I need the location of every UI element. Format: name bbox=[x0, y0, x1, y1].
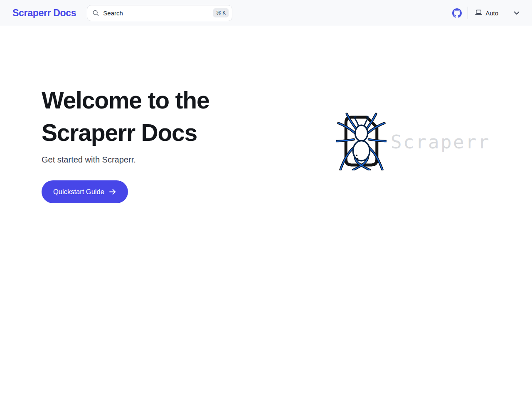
quickstart-guide-label: Quickstart Guide bbox=[53, 188, 104, 196]
header-actions: Auto bbox=[452, 7, 520, 19]
brand-logo-text[interactable]: Scraperr Docs bbox=[12, 7, 76, 19]
spider-document-logo-icon bbox=[336, 112, 387, 172]
github-icon[interactable] bbox=[452, 8, 462, 18]
search-icon bbox=[92, 10, 99, 17]
search-input[interactable] bbox=[103, 10, 213, 17]
chevron-down-icon bbox=[514, 11, 520, 15]
top-navbar: Scraperr Docs ⌘ K Auto bbox=[0, 0, 532, 26]
search-box[interactable]: ⌘ K bbox=[87, 5, 232, 21]
hero-text-column: Welcome to the Scraperr Docs Get started… bbox=[42, 84, 241, 203]
header-divider bbox=[468, 7, 468, 19]
arrow-right-icon bbox=[109, 189, 116, 195]
logo-wordmark: Scraperr bbox=[391, 131, 490, 153]
hero-section: Welcome to the Scraperr Docs Get started… bbox=[0, 26, 532, 203]
hero-subtitle: Get started with Scraperr. bbox=[42, 155, 241, 165]
keyboard-shortcut-badge: ⌘ K bbox=[213, 8, 229, 17]
theme-switcher[interactable]: Auto bbox=[475, 9, 520, 17]
theme-selected-label: Auto bbox=[485, 10, 498, 17]
laptop-icon bbox=[475, 9, 483, 17]
page-title: Welcome to the Scraperr Docs bbox=[42, 84, 241, 149]
quickstart-guide-button[interactable]: Quickstart Guide bbox=[42, 180, 128, 203]
product-logo: Scraperr bbox=[336, 112, 490, 172]
